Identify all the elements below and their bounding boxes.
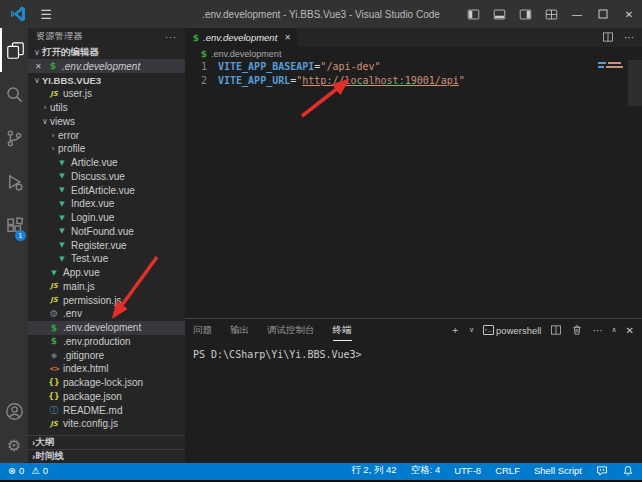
workspace-section[interactable]: ∨ YI.BBS.VUE3	[28, 73, 185, 87]
tree-item-index.html[interactable]: <>index.html	[28, 362, 185, 376]
panel-tab-问题[interactable]: 问题	[193, 320, 212, 341]
status-item[interactable]: UTF-8	[454, 465, 481, 476]
vue-file-icon: ▼	[56, 159, 68, 167]
editor-more-actions-icon[interactable]: ···	[624, 32, 634, 43]
tree-item-permission.js[interactable]: JSpermission.js	[28, 293, 185, 307]
maximize-button[interactable]	[590, 0, 616, 28]
tree-item-Login.vue[interactable]: ▼Login.vue	[28, 211, 185, 225]
open-editor-item[interactable]: ✕$.env.development	[28, 59, 185, 73]
tree-item-label: README.md	[63, 405, 122, 416]
tree-item-Register.vue[interactable]: ▼Register.vue	[28, 238, 185, 252]
tree-item-label: permission.js	[63, 295, 121, 306]
tree-item-Index.vue[interactable]: ▼Index.vue	[28, 197, 185, 211]
menu-hamburger-icon[interactable]: ☰	[34, 7, 58, 22]
status-item[interactable]: 空格: 4	[411, 464, 441, 477]
toggle-secondary-sidebar-icon[interactable]	[512, 0, 538, 28]
tab-env-development[interactable]: $ .env.development ✕	[185, 28, 297, 47]
file-tree: JSuser.js›utils∨views›error›profile▼Arti…	[28, 87, 185, 431]
chevron-right-icon: ›	[48, 144, 58, 153]
chevron-down-icon: ∨	[32, 48, 42, 57]
section-label: 大纲	[35, 436, 54, 449]
open-editors-section[interactable]: ∨ 打开的编辑器	[28, 45, 185, 59]
customize-layout-icon[interactable]	[538, 0, 564, 28]
tree-item-label: EditArticle.vue	[71, 185, 135, 196]
terminal-output[interactable]: PS D:\CSharp\Yi\Yi.BBS.Vue3>	[185, 341, 642, 360]
status-item[interactable]: Shell Script	[534, 465, 582, 476]
shell-file-icon: $	[47, 61, 59, 71]
tree-item-App.vue[interactable]: ▼App.vue	[28, 266, 185, 280]
info-file-icon: ⓘ	[48, 404, 60, 417]
close-button[interactable]: ✕	[616, 0, 642, 28]
panel-tab-终端[interactable]: 终端	[333, 320, 352, 341]
activity-bar: 1 ⚙	[0, 28, 28, 463]
minimap[interactable]	[598, 60, 628, 120]
breadcrumb[interactable]: $ .env.development	[185, 47, 642, 60]
vue-file-icon: ▼	[56, 200, 68, 208]
tree-item-NotFound.vue[interactable]: ▼NotFound.vue	[28, 225, 185, 239]
tree-item-.env[interactable]: ⚙.env	[28, 307, 185, 321]
powershell-icon: ›_	[483, 325, 494, 335]
maximize-panel-icon[interactable]: ∧	[611, 326, 616, 334]
tree-item-label: utils	[50, 102, 68, 113]
section-时间线[interactable]: ›时间线	[28, 449, 185, 463]
token-link[interactable]: http://localhost:19001/api	[302, 75, 459, 86]
tree-item-label: App.vue	[63, 267, 100, 278]
tree-item-label: Test.vue	[71, 253, 108, 264]
tree-item-views[interactable]: ∨views	[28, 115, 185, 129]
tree-item-main.js[interactable]: JSmain.js	[28, 280, 185, 294]
tree-item-profile[interactable]: ›profile	[28, 142, 185, 156]
kill-terminal-trash-icon[interactable]	[571, 324, 583, 336]
tree-item-.env.production[interactable]: $.env.production	[28, 335, 185, 349]
split-terminal-icon[interactable]	[550, 324, 562, 336]
problems-status[interactable]: ⊗0 ⚠0	[8, 465, 48, 476]
tree-item-package.json[interactable]: {}package.json	[28, 390, 185, 404]
status-item[interactable]: CRLF	[495, 465, 520, 476]
tree-item-label: Index.vue	[71, 198, 114, 209]
tree-item-Discuss.vue[interactable]: ▼Discuss.vue	[28, 170, 185, 184]
json-file-icon: {}	[48, 378, 60, 387]
tree-item-label: .gitignore	[63, 350, 104, 361]
account-icon[interactable]	[0, 395, 28, 427]
panel-tab-调试控制台[interactable]: 调试控制台	[267, 320, 315, 341]
new-terminal-icon[interactable]: ＋	[450, 323, 460, 337]
toggle-sidebar-icon[interactable]	[460, 0, 486, 28]
feedback-icon[interactable]	[596, 465, 608, 477]
explorer-icon[interactable]	[0, 28, 28, 72]
split-editor-icon[interactable]	[602, 31, 614, 45]
tree-item-package-lock.json[interactable]: {}package-lock.json	[28, 376, 185, 390]
close-editor-icon[interactable]: ✕	[35, 62, 47, 71]
run-and-debug-icon[interactable]	[0, 160, 28, 204]
section-大纲[interactable]: ›大纲	[28, 435, 185, 449]
code-editor[interactable]: 1VITE_APP_BASEAPI="/api-dev"2VITE_APP_UR…	[185, 60, 642, 318]
terminal-dropdown-icon[interactable]: ∨	[469, 326, 474, 334]
tree-item-Test.vue[interactable]: ▼Test.vue	[28, 252, 185, 266]
tree-item-Article.vue[interactable]: ▼Article.vue	[28, 156, 185, 170]
vue-file-icon: ▼	[56, 172, 68, 180]
sidebar-more-actions-icon[interactable]: ···	[165, 32, 177, 42]
line-text: VITE_APP_BASEAPI="/api-dev"	[207, 60, 381, 74]
tree-item-utils[interactable]: ›utils	[28, 101, 185, 115]
tree-item-error[interactable]: ›error	[28, 128, 185, 142]
source-control-icon[interactable]	[0, 116, 28, 160]
panel-more-actions-icon[interactable]: ···	[592, 325, 602, 336]
close-panel-icon[interactable]: ✕	[626, 325, 634, 336]
tree-item-README.md[interactable]: ⓘREADME.md	[28, 403, 185, 417]
panel-tab-输出[interactable]: 输出	[230, 320, 249, 341]
tree-item-.gitignore[interactable]: ◈.gitignore	[28, 348, 185, 362]
tree-item-EditArticle.vue[interactable]: ▼EditArticle.vue	[28, 183, 185, 197]
minimize-button[interactable]: —	[564, 0, 590, 28]
notifications-bell-icon[interactable]	[622, 465, 634, 477]
status-item[interactable]: 行 2, 列 42	[351, 464, 396, 477]
extensions-badge: 1	[15, 230, 26, 241]
tree-item-user.js[interactable]: JSuser.js	[28, 87, 185, 101]
tree-item-vite.config.js[interactable]: JSvite.config.js	[28, 417, 185, 431]
minimap-slider[interactable]	[628, 60, 642, 106]
tree-item-label: package.json	[63, 391, 122, 402]
terminal-instance[interactable]: ›_ powershell	[483, 325, 541, 336]
search-icon[interactable]	[0, 72, 28, 116]
tree-item-.env.development[interactable]: $.env.development	[28, 321, 185, 335]
settings-gear-icon[interactable]: ⚙	[0, 427, 28, 463]
extensions-icon[interactable]: 1	[0, 204, 28, 248]
tab-close-icon[interactable]: ✕	[280, 33, 291, 42]
toggle-panel-icon[interactable]	[486, 0, 512, 28]
